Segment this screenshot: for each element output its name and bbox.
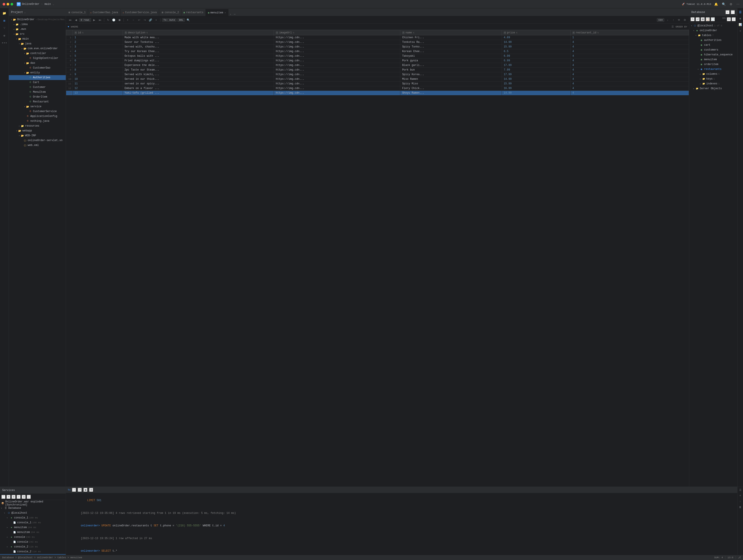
cell-imageurl[interactable]: https://img.cdn... xyxy=(274,68,400,72)
history-button[interactable]: 🕐 xyxy=(112,17,116,22)
stop-button[interactable]: ⏹ xyxy=(117,17,122,22)
cell-name[interactable]: Spicy Korea... xyxy=(400,72,502,77)
services-tree[interactable]: 📦 OnlineOrder.war exploded [Synchronized… xyxy=(0,500,66,555)
app-name[interactable]: OnlineOrder xyxy=(22,3,39,6)
tree-webinf[interactable]: ▾ 📂 WEB-INF xyxy=(9,133,66,138)
schema-icon-rail[interactable]: ◉ xyxy=(738,16,743,21)
last-row-button[interactable]: ⏭ xyxy=(98,17,102,22)
cell-restaurant-id[interactable]: 4 xyxy=(570,63,689,68)
table-row[interactable]: 12 12 Embark on a flavor ... https://img… xyxy=(66,86,689,91)
cell-price[interactable]: 14.99 xyxy=(502,77,570,82)
cell-name[interactable]: Takoyaki xyxy=(400,54,502,58)
cell-restaurant-id[interactable]: 4 xyxy=(570,77,689,82)
tab-overflow-button[interactable]: ⋯ xyxy=(232,13,237,16)
cell-description[interactable]: Savor our Tonkotsu ... xyxy=(123,40,274,45)
cell-price[interactable]: 17.99 xyxy=(502,72,570,77)
cell-restaurant-id[interactable]: 4 xyxy=(570,91,689,95)
tree-app-config[interactable]: © ApplicationConfig xyxy=(9,114,66,119)
project-tree[interactable]: ▾ 📂 OnlineOrder ~/Desktop/Projects/Res..… xyxy=(9,16,66,486)
svc-add-button[interactable]: + xyxy=(27,495,31,499)
cell-imageurl[interactable]: https://img.cdn... xyxy=(274,35,400,40)
cell-description[interactable]: 2pc Taste our Steam... xyxy=(123,68,274,72)
svc-console2[interactable]: ▾ ● console_2 116 ms xyxy=(0,545,66,549)
tab-menuitem-close[interactable]: ✕ xyxy=(225,11,226,14)
col-imageurl[interactable]: T imageUrl ⇅ xyxy=(274,30,400,35)
close-button[interactable] xyxy=(3,3,5,5)
tree-package[interactable]: ▾ 📂 com.eve.onlineOrder xyxy=(9,46,66,51)
tab-customerservice[interactable]: ☕ CustomerService.java xyxy=(121,9,159,16)
cell-id[interactable]: 6 xyxy=(73,58,123,63)
cell-id[interactable]: 11 xyxy=(73,82,123,86)
cell-description[interactable]: Served in our thick... xyxy=(123,77,274,82)
cell-description[interactable]: served in our spicy... xyxy=(123,82,274,86)
table-row[interactable]: 3 3 Served with, chashu... https://img.c… xyxy=(66,45,689,49)
add-button[interactable]: + xyxy=(125,17,130,22)
undo-button[interactable]: ↩ xyxy=(137,17,141,22)
cell-description[interactable]: Embark on a flavor ... xyxy=(123,86,274,91)
cell-restaurant-id[interactable]: 4 xyxy=(570,40,689,45)
cell-id[interactable]: 3 xyxy=(73,45,123,49)
tab-restaurants[interactable]: ▦ restaurants xyxy=(181,9,206,16)
svc-console-child[interactable]: 📄 console 243 ms xyxy=(0,540,66,545)
tree-servlet[interactable]: ⟨⟩ onlineOrder-servlet.xn xyxy=(9,138,66,143)
cell-name[interactable]: Spicy Miso xyxy=(400,82,502,86)
tree-signup-controller[interactable]: © SignUpController xyxy=(9,56,66,61)
cell-name[interactable]: Korean Chee... xyxy=(400,49,502,54)
cell-imageurl[interactable]: https://img.cdn... xyxy=(274,63,400,68)
delete-button[interactable]: − xyxy=(131,17,136,22)
more-tools-icon[interactable]: ••• xyxy=(1,40,7,46)
cell-name[interactable]: Black garli... xyxy=(400,63,502,68)
cell-price[interactable]: 16.99 xyxy=(502,86,570,91)
cell-restaurant-id[interactable]: 4 xyxy=(570,86,689,91)
col-description[interactable]: T description ⇅ xyxy=(123,30,274,35)
tree-customer-service[interactable]: © CustomerService xyxy=(9,109,66,114)
tab-menuitem[interactable]: ▦ menuitem ✕ xyxy=(206,9,228,16)
table-row[interactable]: 11 11 served in our spicy... https://img… xyxy=(66,82,689,86)
cell-imageurl[interactable]: https://img.cdn... xyxy=(274,77,400,82)
cell-name[interactable]: Pork gyoza xyxy=(400,58,502,63)
structure-icon[interactable]: ⊞ xyxy=(1,17,7,24)
plugins-icon[interactable]: ⊕ xyxy=(1,33,7,39)
console-rail-icon1[interactable]: ☰ xyxy=(738,488,743,492)
db-customers[interactable]: ▦ customers xyxy=(689,47,737,52)
notifications-button[interactable]: 🔔 xyxy=(713,2,719,6)
cell-imageurl[interactable]: https://img.cdn... xyxy=(274,86,400,91)
tree-entity[interactable]: ▾ 📂 entity xyxy=(9,70,66,75)
cell-name[interactable]: Pork bun xyxy=(400,68,502,72)
svc-war[interactable]: 📦 OnlineOrder.war exploded [Synchronized… xyxy=(0,501,66,506)
cell-id[interactable]: 12 xyxy=(73,86,123,91)
maximize-button[interactable] xyxy=(10,3,13,5)
cell-price[interactable]: 14.99 xyxy=(502,91,570,95)
tree-dao[interactable]: ▾ 📂 dao xyxy=(9,61,66,65)
cell-price[interactable]: 17.99 xyxy=(502,63,570,68)
minimize-button[interactable] xyxy=(7,3,9,5)
table-row[interactable]: 4 4 Try our Korean Chee... https://img.c… xyxy=(66,49,689,54)
database-tree[interactable]: ▾ ⬡ @localhost 1 of 8 ▾ ◉ onlineOrder ▾ … xyxy=(689,22,737,486)
cell-name[interactable]: Tonkotsu Ra... xyxy=(400,40,502,45)
db-tables[interactable]: ▾ 📁 tables 7 xyxy=(689,33,737,38)
svc-close-button[interactable]: ✕ xyxy=(6,495,11,499)
cell-restaurant-id[interactable]: 4 xyxy=(570,49,689,54)
tree-menuitem[interactable]: © MenuItem xyxy=(9,90,66,94)
more-button[interactable]: ⋯ xyxy=(736,2,740,6)
db-menuitem[interactable]: ▦ menuitem xyxy=(689,57,737,62)
db-authorities[interactable]: ▦ authorities xyxy=(689,38,737,43)
gear-button[interactable]: ⚙ xyxy=(682,17,687,22)
tree-webxml[interactable]: ⟨⟩ web.xml xyxy=(9,143,66,148)
svc-view-button[interactable]: 👁 xyxy=(11,495,16,499)
first-row-button[interactable]: ⏮ xyxy=(68,17,73,22)
col-restaurant-id[interactable]: # restaurant_id ⇅ xyxy=(570,30,689,35)
svc-console2-child[interactable]: 📄 console_2 116 ms xyxy=(0,549,66,554)
svc-collapse-button[interactable]: ⌃ xyxy=(1,495,6,499)
console-rail-icon3[interactable]: ↓ xyxy=(738,499,743,504)
db-panel-icon[interactable]: 🗄 xyxy=(738,10,743,14)
db-hibernate-seq[interactable]: ▦ hibernate_sequence xyxy=(689,52,737,57)
tree-controller[interactable]: ▾ 📂 controller xyxy=(9,51,66,56)
db-restaurants[interactable]: ▾ ▦ restaurants xyxy=(689,67,737,72)
cell-name[interactable]: Spicy Tonko... xyxy=(400,45,502,49)
db-cart[interactable]: ▦ cart xyxy=(689,43,737,47)
data-icon-rail[interactable]: 📊 xyxy=(738,22,743,27)
db-settings-button[interactable]: ⚙ xyxy=(727,17,731,21)
prev-row-button[interactable]: ◀ xyxy=(74,17,78,22)
table-row[interactable]: 8 8 2pc Taste our Steam... https://img.c… xyxy=(66,68,689,72)
